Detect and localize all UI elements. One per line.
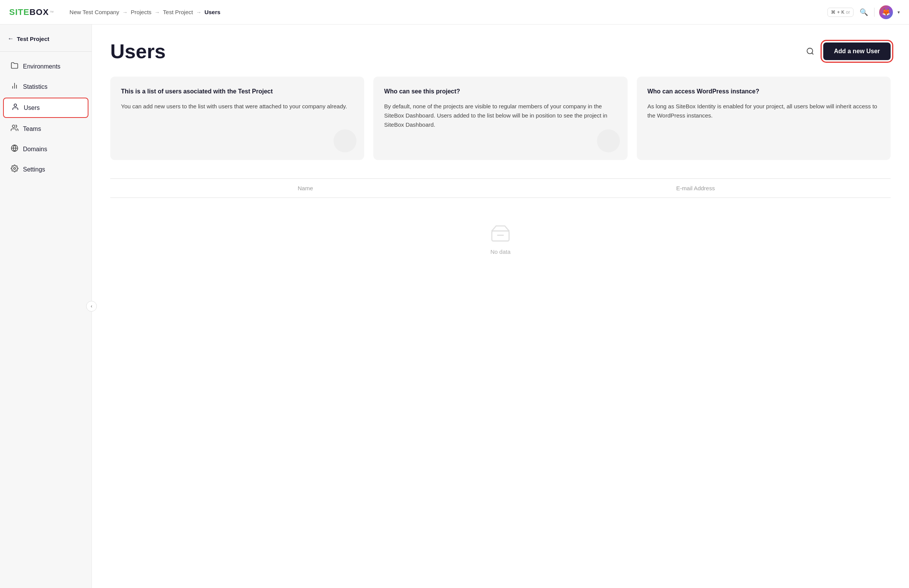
avatar-chevron-icon[interactable]: ▾ [898, 10, 900, 15]
page-title: Users [110, 40, 166, 63]
svg-point-7 [14, 168, 16, 170]
info-card-1: This is a list of users asociated with t… [110, 77, 364, 160]
sidebar-users-label: Users [24, 105, 40, 111]
breadcrumb-company[interactable]: New Test Company [70, 9, 119, 15]
empty-inbox-icon [489, 221, 512, 244]
svg-point-4 [12, 125, 15, 128]
search-button[interactable] [803, 44, 817, 58]
info-card-2-title: Who can see this project? [384, 87, 616, 96]
folder-icon [11, 62, 18, 71]
info-card-1-title: This is a list of users asociated with t… [121, 87, 353, 96]
info-card-2-body: By default, none of the projects are vis… [384, 102, 616, 129]
statistics-icon [11, 82, 18, 91]
empty-state-text: No data [490, 248, 511, 255]
back-arrow-icon: ← [8, 35, 14, 42]
info-cards: This is a list of users asociated with t… [110, 77, 891, 160]
logo-trademark: ™ [50, 10, 54, 15]
sidebar-item-teams[interactable]: Teams [3, 119, 88, 138]
sidebar-item-settings[interactable]: Settings [3, 160, 88, 179]
breadcrumb-arrow-2: → [155, 9, 160, 15]
user-icon [11, 103, 19, 113]
users-table: Name E-mail Address No data [110, 178, 891, 278]
kbd-cmd: ⌘ [831, 10, 835, 15]
page-layout: ← Test Project Environments Statistics [0, 24, 909, 588]
global-search-icon[interactable]: 🔍 [858, 7, 870, 18]
add-user-button[interactable]: Add a new User [823, 42, 891, 60]
teams-icon [11, 124, 18, 134]
info-card-1-body: You can add new users to the list with u… [121, 102, 353, 111]
collapse-icon: ‹ [91, 304, 92, 309]
empty-state: No data [110, 198, 891, 278]
main-header: Users Add a new User [110, 40, 891, 63]
kbd-key: K [841, 10, 844, 15]
info-card-2: Who can see this project? By default, no… [373, 77, 627, 160]
info-card-3-body: As long as SiteBox Identity is enabled f… [647, 102, 880, 120]
sidebar-collapse-button[interactable]: ‹ [86, 301, 97, 312]
logo-site-text: SITE [9, 7, 29, 17]
kbd-or: or [846, 10, 850, 15]
user-avatar[interactable]: 🦊 [879, 5, 893, 19]
nav-divider [874, 8, 875, 17]
breadcrumb-arrow-3: → [196, 9, 201, 15]
info-card-1-watermark [334, 129, 356, 152]
svg-line-9 [812, 53, 813, 54]
sidebar-item-environments[interactable]: Environments [3, 57, 88, 76]
settings-icon [11, 165, 18, 174]
globe-icon [11, 144, 18, 154]
nav-right: ⌘ + K or 🔍 🦊 ▾ [827, 5, 900, 19]
table-col-name: Name [110, 185, 500, 191]
breadcrumb-current: Users [204, 9, 221, 15]
sidebar-statistics-label: Statistics [23, 83, 47, 90]
breadcrumb: New Test Company → Projects → Test Proje… [70, 9, 828, 15]
header-actions: Add a new User [803, 42, 891, 60]
logo-box-text: BOX [29, 7, 49, 17]
breadcrumb-projects[interactable]: Projects [131, 9, 151, 15]
sidebar: ← Test Project Environments Statistics [0, 24, 92, 588]
sidebar-item-users[interactable]: Users [3, 98, 88, 118]
sidebar-project-title: Test Project [17, 36, 49, 42]
sidebar-teams-label: Teams [23, 126, 41, 132]
sidebar-settings-label: Settings [23, 166, 45, 173]
svg-point-8 [807, 48, 813, 54]
info-card-2-watermark [597, 129, 620, 152]
keyboard-shortcut: ⌘ + K or [827, 8, 853, 17]
main-content: Users Add a new User This is a list of u… [92, 24, 909, 588]
sidebar-environments-label: Environments [23, 63, 60, 70]
breadcrumb-project[interactable]: Test Project [163, 9, 193, 15]
top-navigation: SITE BOX ™ New Test Company → Projects →… [0, 0, 909, 24]
svg-point-3 [14, 104, 17, 107]
sidebar-item-statistics[interactable]: Statistics [3, 77, 88, 96]
info-card-3: Who can access WordPress instance? As lo… [637, 77, 891, 160]
sidebar-item-domains[interactable]: Domains [3, 140, 88, 158]
sidebar-divider [0, 51, 92, 52]
table-col-email: E-mail Address [500, 185, 891, 191]
info-card-3-title: Who can access WordPress instance? [647, 87, 880, 96]
site-logo[interactable]: SITE BOX ™ [9, 7, 54, 17]
kbd-plus: + [837, 10, 840, 15]
breadcrumb-arrow-1: → [122, 9, 128, 15]
table-header: Name E-mail Address [110, 179, 891, 198]
sidebar-back-button[interactable]: ← Test Project [0, 32, 92, 50]
sidebar-domains-label: Domains [23, 146, 47, 153]
svg-rect-10 [492, 231, 509, 241]
